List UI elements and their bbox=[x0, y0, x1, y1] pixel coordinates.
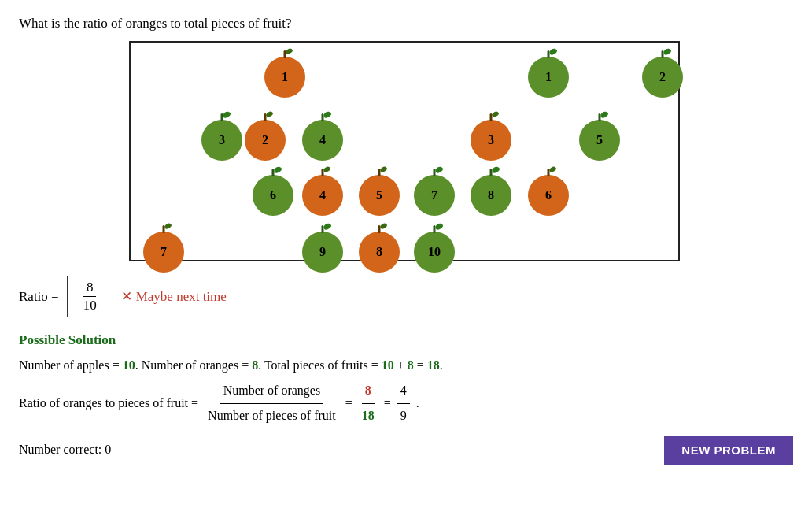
bottom-bar: Number correct: 0 NEW PROBLEM bbox=[19, 436, 793, 465]
fruit-green-8: 8 bbox=[471, 175, 511, 216]
solution-title: Possible Solution bbox=[19, 328, 793, 353]
fruit-green-3: 3 bbox=[201, 120, 242, 161]
number-correct: Number correct: 0 bbox=[19, 443, 111, 457]
ratio-line: Ratio = 8 10 ✕ Maybe next time bbox=[19, 276, 793, 317]
fruit-orange-3: 3 bbox=[471, 120, 511, 161]
ratio-numerator: 8 bbox=[83, 280, 97, 297]
ratio-fraction-box: 8 10 bbox=[67, 276, 113, 317]
fruit-green-7: 7 bbox=[414, 175, 455, 216]
question: What is the ratio of oranges to total pi… bbox=[19, 16, 793, 32]
fruit-green-9: 9 bbox=[302, 232, 343, 273]
solution-line2: Ratio of oranges to pieces of fruit = Nu… bbox=[19, 380, 793, 428]
fruit-display-box: 1123243564578679810 bbox=[129, 41, 680, 261]
wrong-text: Maybe next time bbox=[136, 289, 227, 305]
ratio-label: Ratio = bbox=[19, 289, 59, 305]
fruit-green-5: 5 bbox=[579, 120, 620, 161]
fruit-green-2: 2 bbox=[642, 57, 683, 98]
solution-line1: Number of apples = 10. Number of oranges… bbox=[19, 354, 793, 377]
new-problem-button[interactable]: NEW PROBLEM bbox=[664, 436, 793, 465]
fruit-orange-5: 5 bbox=[359, 175, 400, 216]
fruit-orange-7: 7 bbox=[143, 232, 184, 273]
ratio-denominator: 10 bbox=[80, 297, 100, 313]
fruit-green-4: 4 bbox=[302, 120, 343, 161]
wrong-icon: ✕ bbox=[121, 288, 132, 305]
fruit-orange-1: 1 bbox=[264, 57, 305, 98]
fruit-green-10: 10 bbox=[414, 232, 455, 273]
fruit-green-1: 1 bbox=[528, 57, 569, 98]
fruit-green-6: 6 bbox=[253, 175, 293, 216]
fruit-orange-8: 8 bbox=[359, 232, 400, 273]
wrong-feedback: ✕ Maybe next time bbox=[121, 288, 227, 305]
fruit-orange-2: 2 bbox=[245, 120, 286, 161]
fruit-orange-4: 4 bbox=[302, 175, 343, 216]
fruit-orange-6: 6 bbox=[528, 175, 569, 216]
possible-solution-section: Possible Solution Number of apples = 10.… bbox=[19, 328, 793, 428]
